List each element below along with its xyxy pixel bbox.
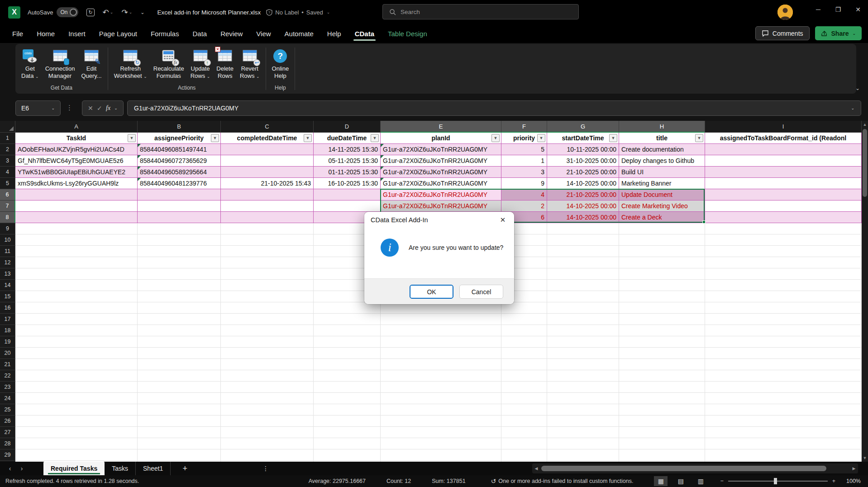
cell-A15[interactable]	[15, 291, 138, 302]
scroll-down-icon[interactable]: ▼	[862, 454, 868, 462]
cell-B12[interactable]	[138, 257, 221, 268]
fx-chevron-icon[interactable]: ⌄	[114, 106, 118, 110]
row-header-20[interactable]: 20	[0, 348, 15, 359]
cell-F23[interactable]	[501, 382, 547, 393]
cell-C3[interactable]	[221, 155, 314, 167]
row-header-14[interactable]: 14	[0, 280, 15, 291]
ribbon-tab-home[interactable]: Home	[30, 26, 62, 42]
cell-H7[interactable]: Create Marketing Video	[619, 201, 705, 212]
cell-C8[interactable]	[221, 212, 314, 223]
row-header-7[interactable]: 7	[0, 201, 15, 212]
confirm-entry-icon[interactable]: ✓	[97, 105, 102, 112]
cell-I17[interactable]	[705, 314, 862, 325]
minimize-button[interactable]: ─	[808, 0, 828, 19]
cell-D4[interactable]: 01-11-2025 15:30	[314, 167, 381, 178]
cell-C12[interactable]	[221, 257, 314, 268]
row-header-17[interactable]: 17	[0, 314, 15, 325]
cell-A17[interactable]	[15, 314, 138, 325]
cell-C28[interactable]	[221, 438, 314, 449]
scroll-right-icon[interactable]: ▶	[850, 466, 858, 471]
cell-H12[interactable]	[619, 257, 705, 268]
cell-I14[interactable]	[705, 280, 862, 291]
cell-I2[interactable]	[705, 144, 862, 155]
cell-C11[interactable]	[221, 246, 314, 257]
cell-F21[interactable]	[501, 359, 547, 370]
cell-C23[interactable]	[221, 382, 314, 393]
save-status-chevron-icon[interactable]: ⌄	[327, 10, 330, 14]
cell-F6[interactable]: 4	[501, 189, 547, 201]
cell-C6[interactable]	[221, 189, 314, 201]
cell-E19[interactable]	[381, 336, 501, 348]
cell-C24[interactable]	[221, 393, 314, 404]
cell-B4[interactable]: 8584404960589295664	[138, 167, 221, 178]
cell-F3[interactable]: 1	[501, 155, 547, 167]
cell-C14[interactable]	[221, 280, 314, 291]
cell-I19[interactable]	[705, 336, 862, 348]
cell-B29[interactable]	[138, 449, 221, 461]
vertical-scrollbar[interactable]: ▲ ▼	[862, 121, 868, 462]
cell-I12[interactable]	[705, 257, 862, 268]
recalculate-formulas-button[interactable]: fxRecalculateFormulas	[150, 47, 187, 82]
cell-F29[interactable]	[501, 449, 547, 461]
cell-H8[interactable]: Create a Deck	[619, 212, 705, 223]
row-header-22[interactable]: 22	[0, 370, 15, 382]
cell-H24[interactable]	[619, 393, 705, 404]
cell-C16[interactable]	[221, 302, 314, 314]
cell-E27[interactable]	[381, 427, 501, 438]
ribbon-tab-data[interactable]: Data	[186, 26, 214, 42]
cell-B24[interactable]	[138, 393, 221, 404]
cell-B1[interactable]: assigneePriority▼	[138, 133, 221, 144]
cell-C27[interactable]	[221, 427, 314, 438]
cell-B22[interactable]	[138, 370, 221, 382]
undo-icon[interactable]: ↶	[103, 8, 109, 17]
cell-G25[interactable]	[547, 404, 619, 415]
filter-dropdown-icon[interactable]: ▼	[304, 134, 312, 142]
cell-G9[interactable]	[547, 223, 619, 234]
cell-A24[interactable]	[15, 393, 138, 404]
row-header-19[interactable]: 19	[0, 336, 15, 348]
maximize-button[interactable]: ❐	[828, 0, 848, 19]
sheet-tab-required-tasks[interactable]: Required Tasks	[43, 462, 105, 475]
cell-E6[interactable]: G1ur-a72X0iZ6uJKoTnRR2UAG0MY	[381, 189, 501, 201]
cell-A13[interactable]	[15, 268, 138, 280]
cell-I1[interactable]: assignedToTaskBoardFormat_id (Readonl	[705, 133, 862, 144]
cell-E29[interactable]	[381, 449, 501, 461]
cell-E26[interactable]	[381, 415, 501, 427]
cell-F28[interactable]	[501, 438, 547, 449]
cell-C1[interactable]: completedDateTime▼	[221, 133, 314, 144]
share-button[interactable]: Share ⌄	[815, 26, 862, 40]
cell-B15[interactable]	[138, 291, 221, 302]
cell-H20[interactable]	[619, 348, 705, 359]
horizontal-scrollbar[interactable]: ◀ ▶	[532, 463, 858, 473]
column-header-B[interactable]: B	[138, 121, 221, 133]
cell-G4[interactable]: 21-10-2025 00:00	[547, 167, 619, 178]
cell-G27[interactable]	[547, 427, 619, 438]
cell-B7[interactable]	[138, 201, 221, 212]
cell-D19[interactable]	[314, 336, 381, 348]
cell-H9[interactable]	[619, 223, 705, 234]
cell-D28[interactable]	[314, 438, 381, 449]
cell-I20[interactable]	[705, 348, 862, 359]
cell-F2[interactable]: 5	[501, 144, 547, 155]
cell-G24[interactable]	[547, 393, 619, 404]
cell-F5[interactable]: 9	[501, 178, 547, 189]
redo-icon[interactable]: ↷	[121, 8, 128, 17]
cell-H25[interactable]	[619, 404, 705, 415]
cell-G29[interactable]	[547, 449, 619, 461]
ribbon-tab-table-design[interactable]: Table Design	[381, 26, 434, 42]
cell-F26[interactable]	[501, 415, 547, 427]
cell-H26[interactable]	[619, 415, 705, 427]
cell-F24[interactable]	[501, 393, 547, 404]
cell-G26[interactable]	[547, 415, 619, 427]
zoom-slider-thumb[interactable]	[774, 478, 777, 484]
row-header-18[interactable]: 18	[0, 325, 15, 336]
cell-D23[interactable]	[314, 382, 381, 393]
cell-D26[interactable]	[314, 415, 381, 427]
cell-D18[interactable]	[314, 325, 381, 336]
cell-E3[interactable]: G1ur-a72X0iZ6uJKoTnRR2UAG0MY	[381, 155, 501, 167]
cell-E20[interactable]	[381, 348, 501, 359]
cell-A18[interactable]	[15, 325, 138, 336]
select-all-corner[interactable]	[0, 121, 15, 133]
row-header-8[interactable]: 8	[0, 212, 15, 223]
row-header-24[interactable]: 24	[0, 393, 15, 404]
